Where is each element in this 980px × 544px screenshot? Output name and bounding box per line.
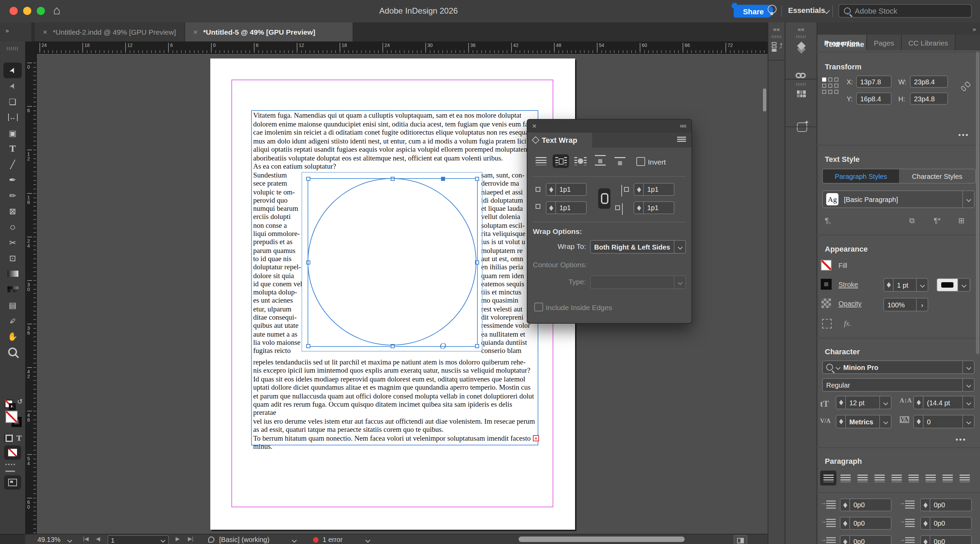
chevron-down-icon[interactable] [958,279,969,291]
chevron-down-icon[interactable] [916,279,928,291]
stepper[interactable] [837,416,846,428]
paragraph-mark-icon[interactable]: ¶, [825,216,831,224]
layers-panel-icon[interactable] [797,43,805,51]
wrap-object-shape-button[interactable] [572,154,589,168]
clear-overrides-icon[interactable]: ¶* [934,216,940,224]
formatting-affects-text-button[interactable]: T [16,433,22,443]
ellipse-object[interactable] [308,178,476,346]
jump-object-button[interactable] [592,154,608,168]
character-more-options[interactable]: ••• [956,435,966,443]
links-panel-icon[interactable] [795,73,807,78]
fill-none-swatch[interactable] [821,260,832,271]
previous-page-button[interactable]: ◀ [96,536,100,542]
content-grabber-icon[interactable]: O [440,341,447,349]
close-icon[interactable]: × [193,28,198,36]
document-horizontal-scrollbar[interactable] [519,536,685,542]
opacity-field[interactable]: 100% › [883,298,928,311]
top-offset-field[interactable]: 1p1 [546,183,587,196]
stepper[interactable] [840,499,850,511]
dock-grip[interactable] [772,35,781,38]
h-field[interactable]: 23p4.8 [910,92,948,105]
selection-tool[interactable]: ➤ [3,63,22,78]
stepper[interactable] [921,499,930,511]
align-right-button[interactable] [854,471,870,485]
horizontal-ruler[interactable]: 2418126061218243036424854606672 [25,41,768,54]
generative-panel-icon[interactable] [797,122,807,132]
close-icon[interactable]: × [43,28,47,36]
apply-color-button[interactable] [4,446,21,460]
spread-view-button[interactable] [733,535,747,544]
leading-field[interactable]: (14.4 pt [913,396,975,409]
wrap-bounding-box-button[interactable] [553,154,569,168]
pencil-tool[interactable]: ✏ [3,188,22,203]
transform-more-options[interactable]: ••• [958,130,969,139]
panel-toggle-icon[interactable] [532,136,540,144]
expand-icon[interactable]: » [972,26,975,33]
preflight-icon[interactable] [208,536,215,542]
stepper[interactable] [837,397,846,409]
chevron-down-icon[interactable] [674,241,685,253]
bottom-offset-field[interactable]: 1p1 [546,201,587,214]
stepper[interactable] [634,202,644,214]
left-dock-expand-button[interactable]: » [0,22,31,41]
stock-search-input[interactable]: Adobe Stock [838,4,972,18]
panel-header[interactable]: × «« [527,120,692,133]
page-tool[interactable]: ❏ [3,94,22,109]
collapse-icon[interactable]: « [773,26,776,33]
note-tool[interactable]: ▤ [3,297,22,313]
handle-selected-anchor[interactable] [441,177,445,181]
space-after-field[interactable]: 0p0 [920,535,972,544]
paragraph-style-select[interactable]: Ag[Basic Paragraph] [822,190,975,208]
align-left-button[interactable] [820,471,837,485]
stroke-label[interactable]: Stroke [838,281,858,288]
window-minimize-button[interactable] [23,7,31,15]
first-line-indent-field[interactable]: 0p0 [840,517,891,530]
right-indent-field[interactable]: 0p0 [920,498,972,511]
tracking-field[interactable]: 0 [913,415,975,428]
stepper[interactable] [546,202,556,214]
error-count[interactable]: 1 error [323,536,343,543]
opacity-more-icon[interactable]: › [916,298,928,311]
chevron-down-icon[interactable] [962,416,974,428]
scissors-tool[interactable]: ✂ [3,235,22,250]
swatches-panel-icon[interactable] [797,90,806,97]
zoom-tool[interactable] [3,344,22,360]
next-page-button[interactable]: ▶ [176,536,180,542]
stepper[interactable] [546,184,556,195]
first-page-button[interactable]: |◀ [83,536,89,542]
stroke-weight-field[interactable]: 1 pt [883,278,928,292]
align-away-spine-button[interactable] [956,471,972,485]
tab-untitled-2[interactable]: × *Untitled-2.indd @ 49% [GPU Preview] [35,22,185,41]
stepper[interactable] [914,416,924,428]
stroke-swatch[interactable] [821,279,832,290]
collapse-icon[interactable]: «« [680,122,686,129]
document-page[interactable]: Vitatem fuga. Namendias qui ut quam a cu… [210,59,575,530]
cc-libraries-mini-icon[interactable] [5,464,15,472]
w-field[interactable]: 23p8.4 [910,76,948,88]
free-transform-tool[interactable]: ⊡ [3,250,22,266]
rectangle-frame-tool[interactable]: ⊠ [3,203,22,219]
type-tool[interactable]: T [3,141,22,156]
dock-grip[interactable] [796,35,806,38]
chevron-down-icon[interactable] [879,416,891,428]
share-button[interactable]: Share [733,5,773,18]
effects-icon[interactable]: fx. [844,319,851,327]
stepper[interactable] [884,279,894,291]
handle-bottom-left[interactable] [306,344,310,348]
gradient-feather-tool[interactable] [3,282,22,297]
body-text-left-column[interactable]: Sundestium sece pratem volupic te om- pe… [253,171,308,355]
justify-right-button[interactable] [905,471,921,485]
invert-checkbox[interactable] [636,157,645,166]
lightbulb-icon[interactable] [768,5,776,14]
font-style-select[interactable]: Regular [822,378,975,392]
chevron-down-icon[interactable] [962,397,974,409]
jump-to-next-column-button[interactable] [612,154,628,168]
chevron-down-icon[interactable] [962,379,974,391]
properties-scrollbar[interactable] [976,52,979,354]
kerning-field[interactable]: Metrics [836,415,891,428]
toolbar-grip[interactable] [7,47,18,50]
left-indent-field[interactable]: 0p0 [840,498,891,511]
space-before-field[interactable]: 0p0 [840,535,891,544]
last-line-indent-field[interactable]: 0p0 [920,517,972,530]
hand-tool[interactable]: ✋ [3,328,22,344]
